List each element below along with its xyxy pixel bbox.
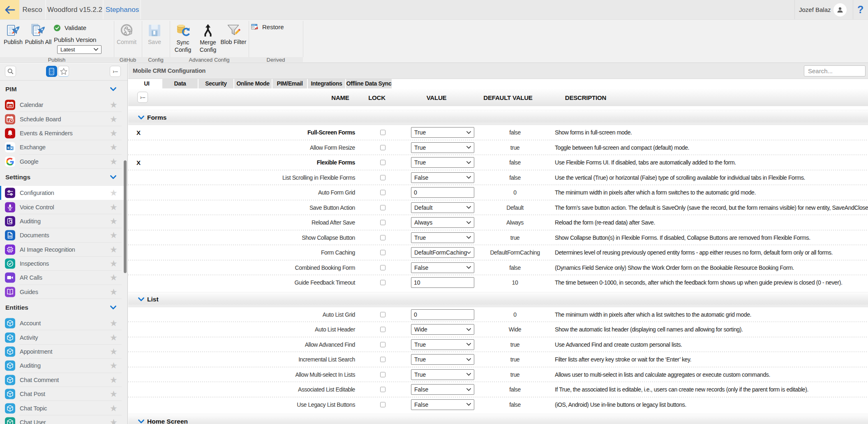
svg-text:25: 25 xyxy=(8,104,12,108)
svg-text:AI: AI xyxy=(9,248,12,251)
svg-text:E: E xyxy=(7,146,10,150)
svg-text:DOC: DOC xyxy=(9,236,12,237)
